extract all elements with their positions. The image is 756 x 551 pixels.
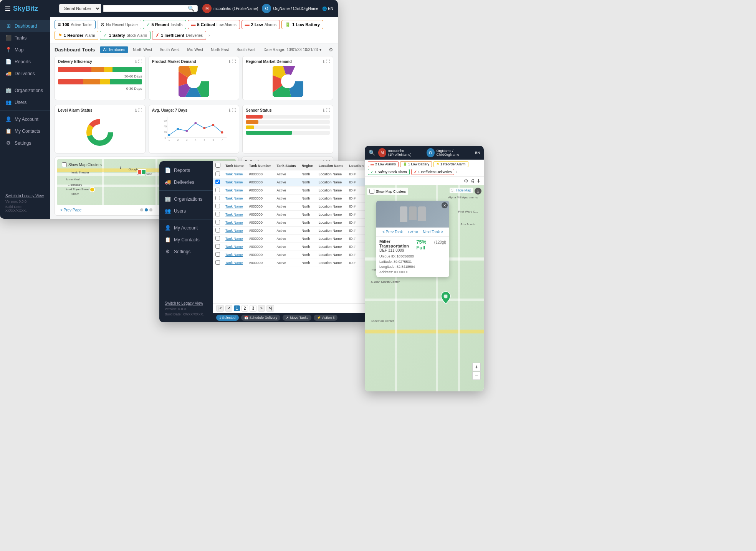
tablet-sidebar-deliveries[interactable]: 🚚 Deliveries <box>159 176 213 188</box>
stat-inefficient-deliveries[interactable]: ✗ 1 Inefficient Deliveries <box>152 31 206 40</box>
tablet-sidebar-my-contacts[interactable]: 📋 My Contacts <box>159 234 213 246</box>
page-2[interactable]: 2 <box>242 305 248 312</box>
stat-critical-low-alarms[interactable]: ▬ 5 Critical Low Alarms <box>188 20 240 29</box>
map-win-marker-green2[interactable] <box>440 291 451 306</box>
zoom-out-btn[interactable]: − <box>472 371 481 380</box>
date-range[interactable]: Date Range: 10/01/23-10/31/23 ▾ <box>263 48 321 52</box>
map-tool-settings[interactable]: ⚙ <box>464 178 468 184</box>
tab-north-east[interactable]: North East <box>208 46 232 53</box>
page-3[interactable]: 3 <box>250 305 256 312</box>
tab-mid-west[interactable]: Mid West <box>184 46 206 53</box>
map-stat-inefficient[interactable]: ✗ 1 Inefficient Deliveries <box>411 169 455 175</box>
language-selector[interactable]: 🌐 EN <box>322 7 333 11</box>
map-stat-low-battery[interactable]: 🔋 1 Low Battery <box>400 161 432 167</box>
row-checkbox-7[interactable] <box>215 228 220 233</box>
expand-icon-sensor[interactable]: ⛶ <box>326 108 330 112</box>
tank-name-link-5[interactable]: Tank Name <box>225 213 243 216</box>
tab-south-west[interactable]: South West <box>157 46 183 53</box>
tank-name-link-6[interactable]: Tank Name <box>225 221 243 224</box>
map-info-icon[interactable]: ℹ <box>120 166 121 170</box>
row-checkbox-10[interactable] <box>215 252 220 257</box>
tank-name-link-11[interactable]: Tank Name <box>225 261 243 265</box>
stat-low-battery[interactable]: 🔋 1 Low Battery <box>281 20 323 29</box>
expand-icon-regional[interactable]: ⛶ <box>326 59 330 64</box>
settings-gear-icon[interactable]: ⚙ <box>329 47 333 53</box>
stat-bar-chevron[interactable]: › <box>208 33 210 38</box>
map-marker-yellow[interactable] <box>89 187 95 192</box>
expand-icon-avg[interactable]: ⛶ <box>232 108 236 112</box>
tablet-sidebar-reports[interactable]: 📄 Reports <box>159 164 213 176</box>
tank-name-link-7[interactable]: Tank Name <box>225 229 243 233</box>
stat-no-recent-update[interactable]: ⊘ No Recent Update <box>97 20 141 29</box>
dot-1[interactable] <box>140 208 143 211</box>
row-checkbox-8[interactable] <box>215 236 220 241</box>
tab-south-east[interactable]: South East <box>233 46 258 53</box>
prev-tank-btn[interactable]: < Prev Tank <box>379 229 406 235</box>
map-tool-download[interactable]: ⬇ <box>476 178 481 184</box>
map-stat-reorder[interactable]: ⚑ 1 Reorder Alarm <box>433 161 468 167</box>
select-all-checkbox[interactable] <box>215 163 220 168</box>
page-prev-btn[interactable]: < <box>225 305 232 312</box>
row-checkbox-6[interactable] <box>215 220 220 224</box>
map-marker-green[interactable] <box>141 169 146 175</box>
tank-name-link-8[interactable]: Tank Name <box>225 237 243 241</box>
expand-icon-product[interactable]: ⛶ <box>232 59 236 64</box>
row-checkbox-2[interactable] <box>215 188 220 192</box>
stat-recent-installs[interactable]: ✓ 5 Recent Installs <box>143 20 186 29</box>
map-stat-chevron[interactable]: › <box>456 170 457 174</box>
map-tool-print[interactable]: 🖨 <box>470 178 475 184</box>
tablet-sidebar-my-account[interactable]: 👤 My Account <box>159 222 213 234</box>
map-win-info-btn[interactable]: ℹ <box>475 188 481 195</box>
action3-btn[interactable]: ⚡ Action 3 <box>314 315 338 321</box>
row-checkbox-9[interactable] <box>215 244 220 249</box>
info-icon-sensor[interactable]: ℹ <box>323 108 324 112</box>
table-wrap[interactable]: Tank Name Tank Number Tank Status Region… <box>213 161 367 303</box>
row-checkbox-5[interactable] <box>215 212 220 216</box>
prev-page-btn[interactable]: < Prev Page <box>57 207 84 213</box>
th-location[interactable]: Location <box>347 161 367 170</box>
tab-north-west[interactable]: North West <box>130 46 155 53</box>
expand-icon[interactable]: ⛶ <box>138 59 142 64</box>
expand-icon-level[interactable]: ⛶ <box>138 108 142 112</box>
info-icon-regional[interactable]: ℹ <box>323 59 324 64</box>
info-icon-avg[interactable]: ℹ <box>229 108 230 112</box>
legacy-view-button[interactable]: Switch to Legacy View <box>5 194 45 198</box>
page-next-btn[interactable]: > <box>258 305 265 312</box>
tank-name-link-9[interactable]: Tank Name <box>225 245 243 249</box>
sidebar-item-my-account[interactable]: 👤 My Account <box>0 113 50 125</box>
th-location-name[interactable]: Location Name <box>316 161 347 170</box>
schedule-delivery-btn[interactable]: 📅 Schedule Delivery <box>241 315 281 321</box>
hide-map-btn[interactable]: Hide Map <box>454 188 473 193</box>
tank-name-link-4[interactable]: Tank Name <box>225 205 243 208</box>
row-checkbox-0[interactable] <box>215 172 220 176</box>
next-tank-btn[interactable]: Next Tank > <box>420 229 446 235</box>
sidebar-item-dashboard[interactable]: ⊞ Dashboard <box>0 20 50 32</box>
stat-low-alarms[interactable]: ▬ 2 Low Alarms <box>242 20 280 29</box>
zoom-in-btn[interactable]: + <box>472 363 481 371</box>
sidebar-item-reports[interactable]: 📄 Reports <box>0 56 50 68</box>
info-icon[interactable]: ℹ <box>135 59 137 64</box>
th-tank-name[interactable]: Tank Name <box>223 161 247 170</box>
map-win-search-btn[interactable]: 🔍 <box>369 150 375 156</box>
menu-icon[interactable]: ☰ <box>5 4 11 13</box>
search-type-dropdown[interactable]: Serial Number <box>59 4 101 13</box>
tablet-sidebar-organizations[interactable]: 🏢 Organizations <box>159 193 213 205</box>
move-tanks-btn[interactable]: ↗ Move Tanks <box>283 315 311 321</box>
stat-reorder-alarm[interactable]: ⚑ 1 Reorder Alarm <box>55 31 98 40</box>
search-button[interactable]: 🔍 <box>188 5 194 12</box>
dot-3[interactable] <box>149 208 152 211</box>
th-tank-number[interactable]: Tank Number <box>247 161 275 170</box>
stat-safety-stock[interactable]: ✓ 1 Safety Stock Alarm <box>100 31 151 40</box>
page-last-btn[interactable]: >| <box>266 305 274 312</box>
tank-name-link-3[interactable]: Tank Name <box>225 196 243 200</box>
info-icon-level[interactable]: ℹ <box>135 108 137 112</box>
search-input[interactable] <box>107 6 188 11</box>
row-checkbox-4[interactable] <box>215 204 220 208</box>
tank-name-link-2[interactable]: Tank Name <box>225 188 243 192</box>
sidebar-item-users[interactable]: 👥 Users <box>0 96 50 108</box>
map-stat-safety[interactable]: ✓ 1 Safety Stock Alarm <box>368 169 410 175</box>
tank-name-link-1[interactable]: Tank Name <box>225 180 243 184</box>
sidebar-item-deliveries[interactable]: 🚚 Deliveries <box>0 68 50 79</box>
sidebar-item-organizations[interactable]: 🏢 Organizations <box>0 84 50 96</box>
sidebar-item-map[interactable]: 📍 Map <box>0 44 50 56</box>
